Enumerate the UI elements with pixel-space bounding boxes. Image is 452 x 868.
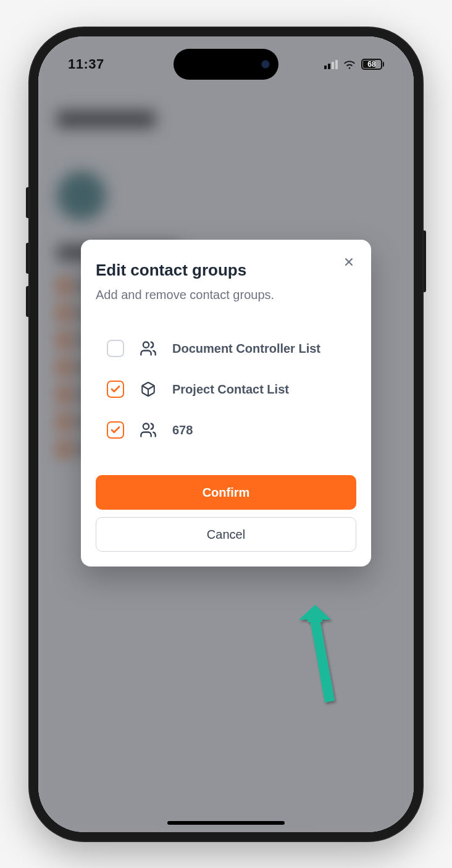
dynamic-island xyxy=(174,49,278,80)
modal-title: Edit contact groups xyxy=(96,261,356,280)
edit-contact-groups-modal: Edit contact groups Add and remove conta… xyxy=(81,240,371,567)
group-item[interactable]: Project Contact List xyxy=(107,369,345,410)
phone-screen: 11:37 68 xyxy=(38,36,414,832)
modal-overlay[interactable]: Edit contact groups Add and remove conta… xyxy=(38,36,414,832)
group-checkbox[interactable] xyxy=(107,421,124,439)
svg-point-2 xyxy=(143,342,149,348)
users-icon xyxy=(139,421,157,439)
phone-side-buttons-left xyxy=(26,187,28,218)
group-list: Document Controller List Project Contact… xyxy=(96,328,356,475)
users-icon xyxy=(139,339,157,358)
close-button[interactable] xyxy=(340,253,358,271)
svg-marker-5 xyxy=(299,605,331,622)
battery-percent: 68 xyxy=(367,60,375,69)
group-checkbox[interactable] xyxy=(107,340,124,357)
group-item[interactable]: 678 xyxy=(107,410,345,450)
battery-icon: 68 xyxy=(361,59,384,70)
group-checkbox[interactable] xyxy=(107,381,124,398)
phone-frame: 11:37 68 xyxy=(28,27,424,842)
confirm-button[interactable]: Confirm xyxy=(96,475,356,510)
group-label: Document Controller List xyxy=(172,342,320,356)
modal-actions: Confirm Cancel xyxy=(96,475,356,552)
annotation-arrow-icon xyxy=(298,605,353,710)
svg-marker-6 xyxy=(310,620,335,702)
group-label: 678 xyxy=(172,423,193,437)
status-time: 11:37 xyxy=(68,56,104,72)
cancel-button[interactable]: Cancel xyxy=(96,517,356,552)
modal-subtitle: Add and remove contact groups. xyxy=(96,286,356,303)
group-label: Project Contact List xyxy=(172,382,289,397)
cellular-signal-icon xyxy=(324,59,338,69)
cube-icon xyxy=(139,380,157,398)
home-indicator[interactable] xyxy=(167,821,285,825)
front-camera-icon xyxy=(261,60,270,69)
close-icon xyxy=(343,256,355,268)
phone-side-button-right xyxy=(424,230,426,292)
group-item[interactable]: Document Controller List xyxy=(107,328,345,369)
wifi-icon xyxy=(343,59,356,69)
svg-point-4 xyxy=(143,424,149,429)
status-icons: 68 xyxy=(324,59,384,70)
